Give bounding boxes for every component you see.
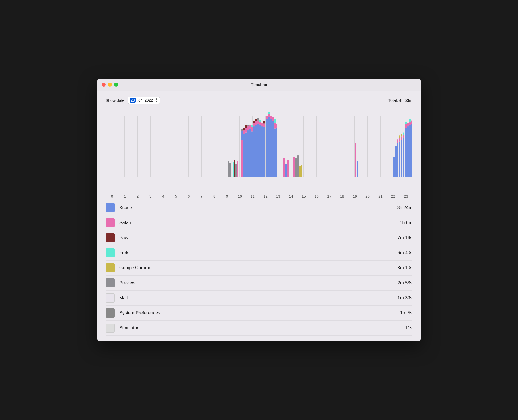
svg-rect-105 — [407, 126, 409, 177]
legend-time: 6m 40s — [398, 250, 412, 255]
svg-rect-77 — [276, 128, 277, 177]
legend-app-name: Safari — [119, 220, 131, 225]
svg-rect-80 — [285, 164, 287, 177]
svg-rect-93 — [399, 142, 400, 177]
svg-rect-91 — [397, 143, 398, 177]
legend-left: Mail — [106, 293, 128, 303]
legend-color-swatch — [106, 233, 115, 242]
x-label-14: 14 — [285, 194, 297, 198]
app-window: Timeline Show date 23 .04. 2022 ▲ ▼ Tota… — [97, 79, 421, 342]
svg-rect-90 — [395, 146, 397, 177]
legend-left: Preview — [106, 278, 135, 287]
show-date-row: Show date 23 .04. 2022 ▲ ▼ — [106, 97, 160, 104]
svg-rect-24 — [228, 161, 229, 177]
svg-rect-61 — [261, 123, 263, 126]
svg-rect-27 — [233, 162, 234, 177]
svg-rect-89 — [393, 157, 395, 177]
x-label-2: 2 — [131, 194, 144, 198]
legend-time: 11s — [405, 326, 412, 331]
date-stepper[interactable]: ▲ ▼ — [156, 98, 158, 103]
svg-rect-26 — [231, 161, 232, 177]
svg-rect-36 — [243, 128, 245, 131]
svg-rect-72 — [272, 121, 274, 177]
svg-rect-32 — [241, 131, 243, 140]
svg-rect-60 — [261, 126, 263, 177]
legend-item: Xcode3h 24m — [106, 200, 412, 215]
svg-rect-101 — [403, 133, 404, 135]
legend-color-swatch — [106, 203, 115, 212]
legend-color-swatch — [106, 278, 115, 287]
legend-item: Safari1h 6m — [106, 215, 412, 230]
svg-rect-34 — [243, 134, 245, 177]
svg-rect-97 — [401, 136, 402, 140]
legend-time: 1h 6m — [400, 220, 412, 225]
svg-rect-35 — [243, 130, 245, 134]
svg-rect-64 — [263, 121, 265, 124]
legend-time: 7m 14s — [398, 235, 412, 240]
stepper-down-icon[interactable]: ▼ — [156, 100, 158, 103]
x-label-23: 23 — [400, 194, 412, 198]
svg-rect-39 — [245, 125, 247, 128]
svg-rect-65 — [266, 119, 268, 177]
svg-rect-88 — [357, 161, 358, 177]
svg-rect-38 — [245, 128, 247, 133]
svg-rect-109 — [409, 119, 411, 122]
svg-rect-50 — [253, 121, 255, 123]
date-input[interactable]: 23 .04. 2022 ▲ ▼ — [128, 97, 160, 104]
date-rest: .04. 2022 — [137, 98, 153, 102]
main-content: Show date 23 .04. 2022 ▲ ▼ Total: 4h 53m — [97, 91, 421, 342]
svg-rect-69 — [268, 112, 270, 114]
x-label-5: 5 — [170, 194, 182, 198]
svg-rect-103 — [405, 124, 407, 128]
svg-rect-111 — [411, 121, 412, 124]
total-label: Total: 4h 53m — [389, 98, 412, 103]
close-button[interactable] — [102, 83, 106, 87]
svg-rect-53 — [255, 119, 257, 121]
svg-rect-44 — [249, 125, 251, 129]
svg-rect-46 — [251, 127, 253, 132]
legend-left: Paw — [106, 233, 128, 242]
legend-left: Safari — [106, 218, 131, 227]
window-title: Timeline — [251, 82, 267, 87]
svg-rect-29 — [235, 164, 237, 177]
svg-rect-59 — [259, 120, 261, 122]
minimize-button[interactable] — [108, 83, 112, 87]
legend-time: 2m 53s — [398, 280, 412, 285]
legend-left: System Preferences — [106, 308, 160, 318]
x-label-13: 13 — [272, 194, 285, 198]
legend-item: System Preferences1m 5s — [106, 306, 412, 321]
svg-rect-86 — [301, 165, 302, 177]
svg-rect-28 — [234, 160, 235, 177]
svg-rect-107 — [409, 125, 411, 177]
svg-rect-75 — [274, 123, 276, 129]
x-label-12: 12 — [259, 194, 272, 198]
svg-rect-71 — [270, 116, 272, 119]
show-date-label: Show date — [106, 98, 124, 103]
header-row: Show date 23 .04. 2022 ▲ ▼ Total: 4h 53m — [106, 97, 412, 104]
svg-rect-98 — [401, 134, 402, 136]
timeline-chart — [106, 110, 412, 192]
svg-rect-42 — [247, 125, 249, 126]
svg-rect-81 — [287, 160, 289, 177]
svg-rect-94 — [399, 138, 400, 142]
legend-left: Simulator — [106, 324, 139, 333]
svg-rect-104 — [405, 122, 407, 124]
legend-app-name: System Preferences — [119, 310, 160, 316]
svg-rect-57 — [259, 125, 261, 177]
x-label-3: 3 — [144, 194, 157, 198]
svg-rect-49 — [253, 123, 255, 126]
legend-color-swatch — [106, 263, 115, 272]
svg-rect-83 — [295, 158, 297, 177]
svg-rect-99 — [403, 138, 404, 177]
maximize-button[interactable] — [114, 83, 118, 87]
x-label-19: 19 — [348, 194, 361, 198]
legend-color-swatch — [106, 324, 115, 333]
legend-item: Google Chrome3m 10s — [106, 261, 412, 276]
svg-rect-73 — [272, 117, 274, 121]
svg-rect-102 — [405, 128, 407, 177]
legend-color-swatch — [106, 308, 115, 318]
x-label-11: 11 — [246, 194, 259, 198]
x-label-15: 15 — [297, 194, 310, 198]
svg-rect-37 — [245, 133, 247, 177]
svg-rect-55 — [257, 121, 259, 124]
